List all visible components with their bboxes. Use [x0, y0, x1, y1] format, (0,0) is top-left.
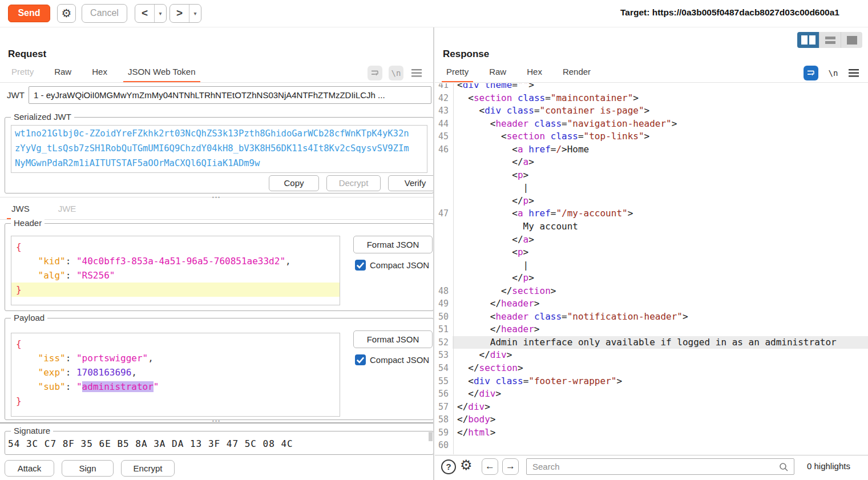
splitter-handle-2[interactable]: ••• — [0, 418, 433, 424]
jws-payload-editor[interactable]: { "iss": "portswigger", "exp": 170816369… — [11, 333, 340, 417]
tab-pretty[interactable]: Pretty — [7, 64, 38, 83]
code-line[interactable]: <p> — [435, 169, 868, 182]
code-line[interactable]: 60 — [435, 439, 868, 452]
request-tabs: Pretty Raw Hex JSON Web Token — [7, 64, 212, 83]
checkbox-checked-icon — [355, 354, 366, 365]
rows-layout-icon[interactable] — [819, 32, 841, 48]
line-number: 56 — [435, 388, 453, 401]
verify-button[interactable]: Verify — [388, 175, 433, 191]
code-line[interactable]: </a> — [435, 156, 868, 169]
word-wrap-icon[interactable] — [368, 66, 382, 80]
tab-raw[interactable]: Raw — [485, 64, 511, 83]
response-tabs: Pretty Raw Hex Render — [442, 64, 607, 83]
menu-icon[interactable] — [846, 66, 861, 80]
code-text: </body> — [453, 413, 868, 426]
tab-hex[interactable]: Hex — [522, 64, 547, 83]
code-line[interactable]: </p> — [435, 195, 868, 208]
copy-button[interactable]: Copy — [269, 175, 319, 191]
json-line: "iss": "portswigger", — [11, 351, 340, 365]
send-button[interactable]: Send — [8, 5, 50, 22]
line-number: 41 — [435, 83, 453, 92]
tab-jwe[interactable]: JWE — [54, 201, 81, 220]
code-line[interactable]: 42 <section class="maincontainer"> — [435, 92, 868, 105]
jws-header-editor[interactable]: { "kid": "40c0bff3-853a-4a51-96a5-760851… — [11, 236, 340, 305]
code-line[interactable]: 45 <section class="top-links"> — [435, 130, 868, 143]
help-icon[interactable]: ? — [441, 459, 456, 474]
code-line[interactable]: 59</html> — [435, 426, 868, 439]
code-text: <a href=/>Home — [453, 143, 868, 156]
code-line[interactable]: <p> — [435, 246, 868, 259]
tab-render[interactable]: Render — [558, 64, 595, 83]
payload-format-json-button[interactable]: Format JSON — [353, 330, 433, 348]
newline-toggle-icon[interactable]: \n — [389, 66, 403, 80]
search-next-button[interactable]: → — [502, 458, 519, 475]
code-line[interactable]: 51 </header> — [435, 323, 868, 336]
menu-icon[interactable] — [409, 66, 424, 80]
layout-toggle — [797, 32, 862, 48]
code-line[interactable]: 41<div theme=""> — [435, 83, 868, 92]
search-box — [526, 458, 794, 475]
code-line[interactable]: 54 </section> — [435, 362, 868, 375]
prev-request-button[interactable]: < — [135, 5, 154, 22]
serialized-jwt-text[interactable]: wt1no21Glbj0c-ZZoidYreFZkhk2rt03NcQhZS3k… — [11, 125, 427, 173]
tab-json-web-token[interactable]: JSON Web Token — [123, 64, 200, 83]
response-code-editor[interactable]: 41<div theme="">42 <section class="mainc… — [435, 83, 868, 454]
code-line[interactable]: </a> — [435, 233, 868, 247]
next-request-button[interactable]: > — [170, 5, 189, 22]
sign-button[interactable]: Sign — [62, 460, 114, 477]
code-line[interactable]: 50 <header class="notification-header"> — [435, 310, 868, 324]
code-line[interactable]: 56 </div> — [435, 388, 868, 401]
line-number — [435, 181, 453, 195]
prev-request-dropdown[interactable]: ▾ — [154, 5, 166, 22]
code-line[interactable]: 43 <div class="container is-page"> — [435, 104, 868, 118]
code-line[interactable]: | — [435, 259, 868, 272]
attack-button[interactable]: Attack — [5, 460, 54, 477]
code-text: <header class="notification-header"> — [453, 310, 868, 324]
encrypt-button[interactable]: Encrypt — [121, 460, 175, 477]
jwt-selector[interactable]: 1 - eyJraWQiOiI0MGMwYmZmMy04NTNhLTRhNTEt… — [29, 86, 431, 104]
code-line[interactable]: 46 <a href=/>Home — [435, 143, 868, 156]
cancel-button[interactable]: Cancel — [82, 4, 127, 23]
code-line[interactable]: 57</div> — [435, 401, 868, 414]
code-line[interactable]: 58</body> — [435, 413, 868, 426]
jws-header-group: Header { "kid": "40c0bff3-853a-4a51-96a5… — [5, 223, 433, 311]
code-line[interactable]: </p> — [435, 272, 868, 285]
newline-toggle-icon[interactable]: \n — [826, 66, 841, 80]
decrypt-button[interactable]: Decrypt — [326, 175, 381, 191]
compact-json-label: Compact JSON — [370, 260, 429, 270]
tab-hex[interactable]: Hex — [87, 64, 112, 83]
next-request-dropdown[interactable]: ▾ — [189, 5, 201, 22]
code-line[interactable]: 48 </section> — [435, 285, 868, 298]
splitter-handle[interactable]: ••• — [0, 195, 433, 200]
code-line[interactable]: My account — [435, 220, 868, 233]
code-line[interactable]: 49 </header> — [435, 297, 868, 310]
search-settings-gear-icon[interactable]: ⚙ — [460, 457, 473, 473]
signature-hex[interactable]: 54 3C C7 8F 35 6E B5 8A 3A DA 13 3F 47 5… — [8, 438, 293, 449]
signature-scrollbar[interactable] — [429, 432, 433, 441]
code-text: <section class="maincontainer"> — [453, 92, 868, 105]
code-line[interactable]: 47 <a href="/my-account"> — [435, 207, 868, 220]
compact-json-label: Compact JSON — [370, 355, 429, 365]
columns-layout-icon[interactable] — [797, 32, 819, 48]
search-prev-button[interactable]: ← — [482, 458, 498, 475]
code-line[interactable]: 44 <header class="navigation-header"> — [435, 118, 868, 131]
caret-down-icon: ▾ — [159, 10, 162, 17]
line-number: 59 — [435, 426, 453, 439]
search-icon[interactable] — [779, 462, 789, 474]
header-compact-json-checkbox[interactable]: Compact JSON — [355, 260, 429, 271]
header-format-json-button[interactable]: Format JSON — [353, 236, 433, 253]
code-line[interactable]: 52 Admin interface only available if log… — [435, 336, 868, 349]
word-wrap-icon[interactable] — [804, 66, 818, 80]
request-settings-button[interactable]: ⚙ — [57, 4, 76, 23]
search-input[interactable] — [527, 459, 794, 474]
payload-compact-json-checkbox[interactable]: Compact JSON — [355, 354, 429, 365]
tab-raw[interactable]: Raw — [50, 64, 76, 83]
tab-pretty[interactable]: Pretty — [442, 64, 473, 83]
panel-divider[interactable] — [433, 27, 434, 480]
code-text: <div class="container is-page"> — [453, 104, 868, 118]
code-line[interactable]: | — [435, 181, 868, 195]
code-line[interactable]: 53 </div> — [435, 349, 868, 362]
tab-jws[interactable]: JWS — [7, 201, 34, 220]
code-line[interactable]: 55 <div class="footer-wrapper"> — [435, 375, 868, 388]
single-layout-icon[interactable] — [841, 32, 862, 48]
